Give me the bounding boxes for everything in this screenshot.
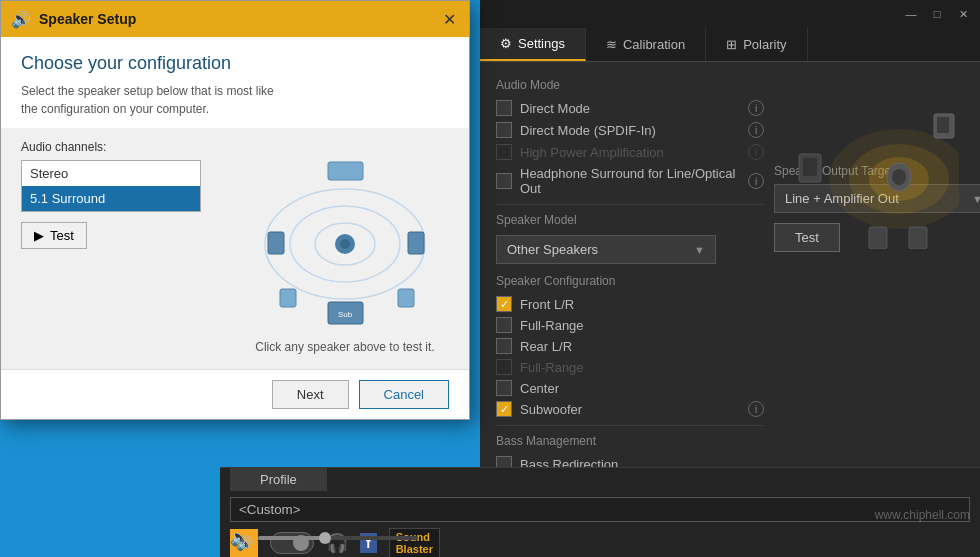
- bass-label: Bass Management: [496, 434, 764, 448]
- direct-mode-spdif-checkbox[interactable]: [496, 122, 512, 138]
- speaker-model-label: Speaker Model: [496, 213, 764, 227]
- calibration-icon: ≋: [606, 37, 617, 52]
- subwoofer-row: Subwoofer i: [496, 401, 764, 417]
- maximize-button[interactable]: □: [928, 5, 946, 23]
- speaker-visualization: Speaker Output Target Line + Amplifier O…: [764, 74, 964, 498]
- direct-mode-spdif-info[interactable]: i: [748, 122, 764, 138]
- tab-settings[interactable]: ⚙ Settings: [480, 28, 586, 61]
- high-power-info: i: [748, 144, 764, 160]
- svg-rect-9: [869, 227, 887, 249]
- svg-rect-21: [328, 162, 363, 180]
- high-power-checkbox: [496, 144, 512, 160]
- watermark: www.chiphell.com: [875, 508, 970, 522]
- volume-slider[interactable]: [258, 536, 418, 540]
- next-button[interactable]: Next: [272, 380, 349, 409]
- headphone-surround-checkbox[interactable]: [496, 173, 512, 189]
- front-lr-row: Front L/R: [496, 296, 764, 312]
- dialog-speaker-diagram: Sub: [250, 144, 440, 334]
- full-range-disabled-row: Full-Range: [496, 359, 764, 375]
- speaker-config-label: Speaker Configuration: [496, 274, 764, 288]
- cancel-button[interactable]: Cancel: [359, 380, 449, 409]
- rear-lr-text: Rear L/R: [520, 339, 764, 354]
- speaker-model-dropdown[interactable]: Other Speakers ▼: [496, 235, 716, 264]
- play-icon: ▶: [34, 228, 44, 243]
- full-range-row: Full-Range: [496, 317, 764, 333]
- channels-list: Stereo 5.1 Surround: [21, 160, 201, 212]
- dialog-title-bar: 🔊 Speaker Setup ✕: [1, 1, 469, 37]
- tab-polarity[interactable]: ⊞ Polarity: [706, 28, 807, 61]
- full-range-disabled-checkbox: [496, 359, 512, 375]
- speaker-model-value: Other Speakers: [507, 242, 598, 257]
- svg-rect-17: [408, 232, 424, 254]
- front-lr-checkbox[interactable]: [496, 296, 512, 312]
- title-bar: — □ ✕: [480, 0, 980, 28]
- headphone-surround-info[interactable]: i: [748, 173, 764, 189]
- close-button[interactable]: ✕: [954, 5, 972, 23]
- output-dropdown-arrow-icon: ▼: [972, 193, 980, 205]
- subwoofer-info[interactable]: i: [748, 401, 764, 417]
- dialog-description: Select the speaker setup below that is m…: [21, 82, 449, 118]
- speaker-diagram-svg: [779, 62, 959, 249]
- direct-mode-row: Direct Mode i: [496, 100, 764, 116]
- svg-rect-16: [268, 232, 284, 254]
- click-hint: Click any speaker above to test it.: [255, 340, 434, 354]
- test-button-dialog[interactable]: ▶ Test: [21, 222, 87, 249]
- channel-stereo[interactable]: Stereo: [22, 161, 200, 186]
- dialog-right-panel: Sub Click any speaker above to test it.: [241, 140, 449, 357]
- svg-rect-18: [280, 289, 296, 307]
- full-range-checkbox[interactable]: [496, 317, 512, 333]
- svg-point-15: [340, 239, 350, 249]
- svg-rect-10: [909, 227, 927, 249]
- svg-rect-8: [937, 117, 949, 133]
- front-lr-text: Front L/R: [520, 297, 764, 312]
- tabs-row: ⚙ Settings ≋ Calibration ⊞ Polarity: [480, 28, 980, 62]
- dialog-footer: Next Cancel: [1, 369, 469, 419]
- direct-mode-info[interactable]: i: [748, 100, 764, 116]
- subwoofer-text: Subwoofer: [520, 402, 748, 417]
- direct-mode-checkbox[interactable]: [496, 100, 512, 116]
- dialog-close-button[interactable]: ✕: [439, 9, 459, 29]
- svg-point-4: [892, 169, 906, 185]
- rear-lr-checkbox[interactable]: [496, 338, 512, 354]
- channels-label: Audio channels:: [21, 140, 221, 154]
- minimize-button[interactable]: —: [902, 5, 920, 23]
- audio-content: Audio Mode Direct Mode i Direct Mode (SP…: [480, 62, 980, 529]
- speaker-setup-title-icon: 🔊: [11, 10, 31, 29]
- headphone-surround-row: Headphone Surround for Line/OpticalOut i: [496, 166, 764, 196]
- volume-row: 🔈: [220, 528, 418, 547]
- polarity-icon: ⊞: [726, 37, 737, 52]
- direct-mode-text: Direct Mode: [520, 101, 748, 116]
- direct-mode-spdif-text: Direct Mode (SPDIF-In): [520, 123, 748, 138]
- svg-text:Sub: Sub: [338, 310, 353, 319]
- profile-input[interactable]: [230, 497, 970, 522]
- center-checkbox[interactable]: [496, 380, 512, 396]
- dialog-header: Choose your configuration Select the spe…: [1, 37, 469, 128]
- speaker-model-arrow-icon: ▼: [694, 244, 705, 256]
- audio-mode-label: Audio Mode: [496, 78, 764, 92]
- speaker-setup-dialog: 🔊 Speaker Setup ✕ Choose your configurat…: [0, 0, 470, 420]
- svg-rect-6: [803, 158, 817, 176]
- profile-tab[interactable]: Profile: [230, 468, 327, 491]
- headphone-surround-text: Headphone Surround for Line/OpticalOut: [520, 166, 748, 196]
- rear-lr-row: Rear L/R: [496, 338, 764, 354]
- dialog-body: Audio channels: Stereo 5.1 Surround ▶ Te…: [1, 128, 469, 369]
- svg-rect-19: [398, 289, 414, 307]
- direct-mode-spdif-row: Direct Mode (SPDIF-In) i: [496, 122, 764, 138]
- full-range-disabled-text: Full-Range: [520, 360, 764, 375]
- high-power-row: High Power Amplification i: [496, 144, 764, 160]
- volume-icon: 🔈: [230, 528, 250, 547]
- dialog-left-panel: Audio channels: Stereo 5.1 Surround ▶ Te…: [21, 140, 221, 357]
- tab-calibration[interactable]: ≋ Calibration: [586, 28, 706, 61]
- channel-5-1[interactable]: 5.1 Surround: [22, 186, 200, 211]
- dialog-main-title: Choose your configuration: [21, 53, 449, 74]
- center-text: Center: [520, 381, 764, 396]
- full-range-text: Full-Range: [520, 318, 764, 333]
- settings-icon: ⚙: [500, 36, 512, 51]
- center-row: Center: [496, 380, 764, 396]
- high-power-text: High Power Amplification: [520, 145, 748, 160]
- dialog-title-text: Speaker Setup: [39, 11, 431, 27]
- subwoofer-checkbox[interactable]: [496, 401, 512, 417]
